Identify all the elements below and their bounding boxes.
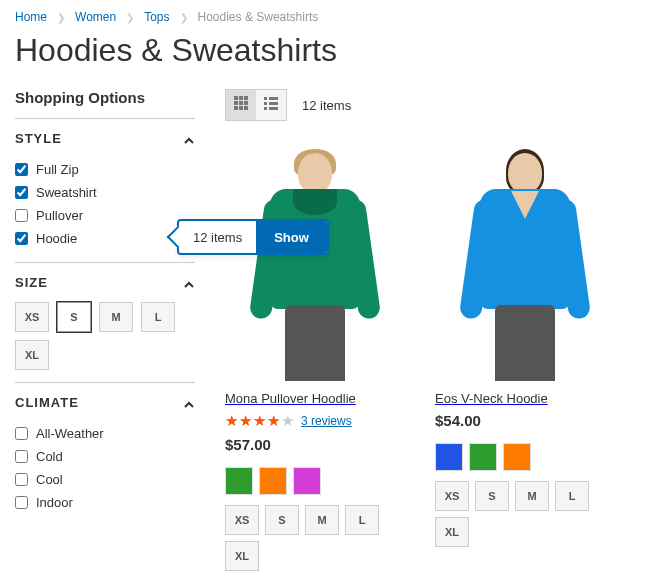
breadcrumb-link-tops[interactable]: Tops (144, 10, 169, 24)
size-swatch[interactable]: XS (435, 481, 469, 511)
product-card: Eos V-Neck Hoodie $54.00 XS S M L XL (435, 141, 615, 581)
size-swatches: XS S M L XL (435, 481, 615, 547)
color-swatch-orange[interactable] (503, 443, 531, 471)
filter-checkbox[interactable] (15, 186, 28, 199)
svg-rect-13 (264, 107, 267, 110)
filter-style: STYLE Full Zip Sweatshirt Pullover Hoodi… (15, 118, 195, 262)
sidebar-title: Shopping Options (15, 89, 195, 106)
filter-checkbox[interactable] (15, 209, 28, 222)
size-swatch[interactable]: XL (435, 517, 469, 547)
filter-checkbox[interactable] (15, 427, 28, 440)
product-name-link[interactable]: Eos V-Neck Hoodie (435, 391, 548, 406)
size-swatch[interactable]: L (555, 481, 589, 511)
filter-option-pullover[interactable]: Pullover (15, 204, 195, 227)
chevron-right-icon: ❯ (126, 12, 134, 23)
svg-rect-5 (244, 101, 248, 105)
filter-style-toggle[interactable]: STYLE (15, 131, 195, 146)
product-price: $54.00 (435, 412, 615, 429)
filter-title: STYLE (15, 131, 62, 146)
color-swatch-green[interactable] (469, 443, 497, 471)
color-swatches (225, 467, 405, 495)
svg-rect-12 (269, 102, 278, 105)
filter-option-label: Full Zip (36, 162, 79, 177)
size-swatch-s[interactable]: S (57, 302, 91, 332)
size-swatch[interactable]: S (475, 481, 509, 511)
size-swatch[interactable]: S (265, 505, 299, 535)
filter-size: SIZE XS S M L XL (15, 262, 195, 382)
reviews-link[interactable]: 3 reviews (301, 414, 352, 428)
size-swatch-xl[interactable]: XL (15, 340, 49, 370)
svg-rect-2 (244, 96, 248, 100)
filter-option-all-weather[interactable]: All-Weather (15, 422, 195, 445)
chevron-up-icon (183, 277, 195, 289)
color-swatch-magenta[interactable] (293, 467, 321, 495)
main-content: 12 items 12 items Show Mona Pullover Hoo… (225, 89, 633, 581)
color-swatches (435, 443, 615, 471)
view-modes (225, 89, 287, 121)
tooltip-text: 12 items (179, 230, 256, 245)
svg-rect-0 (234, 96, 238, 100)
filter-climate-toggle[interactable]: CLIMATE (15, 395, 195, 410)
size-swatches: XS S M L XL (225, 505, 405, 571)
filter-checkbox[interactable] (15, 473, 28, 486)
size-swatch-m[interactable]: M (99, 302, 133, 332)
filter-checkbox[interactable] (15, 496, 28, 509)
color-swatch-green[interactable] (225, 467, 253, 495)
product-image-link[interactable] (225, 141, 405, 381)
filter-option-label: Pullover (36, 208, 83, 223)
filter-title: CLIMATE (15, 395, 79, 410)
svg-rect-1 (239, 96, 243, 100)
product-price: $57.00 (225, 436, 405, 453)
filter-checkbox[interactable] (15, 450, 28, 463)
star-rating: ★★★★★ ★★★★★ (225, 412, 295, 430)
grid-view-button[interactable] (226, 90, 256, 120)
filter-option-sweatshirt[interactable]: Sweatshirt (15, 181, 195, 204)
svg-rect-7 (239, 106, 243, 110)
filter-option-full-zip[interactable]: Full Zip (15, 158, 195, 181)
filter-option-cool[interactable]: Cool (15, 468, 195, 491)
filter-option-label: Cool (36, 472, 63, 487)
product-card: Mona Pullover Hoodlie ★★★★★ ★★★★★ 3 revi… (225, 141, 405, 581)
product-name-link[interactable]: Mona Pullover Hoodlie (225, 391, 356, 406)
filter-option-label: Sweatshirt (36, 185, 97, 200)
filter-option-label: Hoodie (36, 231, 77, 246)
size-swatch[interactable]: XS (225, 505, 259, 535)
filter-size-toggle[interactable]: SIZE (15, 275, 195, 290)
svg-rect-6 (234, 106, 238, 110)
filter-option-indoor[interactable]: Indoor (15, 491, 195, 514)
breadcrumb-link-women[interactable]: Women (75, 10, 116, 24)
svg-rect-3 (234, 101, 238, 105)
color-swatch-orange[interactable] (259, 467, 287, 495)
product-name: Eos V-Neck Hoodie (435, 391, 548, 406)
svg-rect-14 (269, 107, 278, 110)
product-rating: ★★★★★ ★★★★★ 3 reviews (225, 412, 405, 430)
list-view-button[interactable] (256, 90, 286, 120)
chevron-up-icon (183, 397, 195, 409)
filter-option-label: All-Weather (36, 426, 104, 441)
page-title: Hoodies & Sweatshirts (15, 32, 633, 69)
size-swatch[interactable]: M (515, 481, 549, 511)
show-button[interactable]: Show (256, 221, 327, 253)
filter-checkbox[interactable] (15, 163, 28, 176)
svg-rect-9 (264, 97, 267, 100)
product-image (465, 151, 585, 381)
product-image-link[interactable] (435, 141, 615, 381)
filter-checkbox[interactable] (15, 232, 28, 245)
filter-climate: CLIMATE All-Weather Cold Cool Indoor (15, 382, 195, 526)
product-image (255, 151, 375, 381)
filter-option-cold[interactable]: Cold (15, 445, 195, 468)
size-swatch-l[interactable]: L (141, 302, 175, 332)
size-swatch[interactable]: XL (225, 541, 259, 571)
chevron-up-icon (183, 133, 195, 145)
svg-rect-8 (244, 106, 248, 110)
svg-rect-4 (239, 101, 243, 105)
breadcrumb-link-home[interactable]: Home (15, 10, 47, 24)
color-swatch-blue[interactable] (435, 443, 463, 471)
chevron-right-icon: ❯ (180, 12, 188, 23)
size-swatch[interactable]: M (305, 505, 339, 535)
size-swatch[interactable]: L (345, 505, 379, 535)
list-icon (264, 96, 278, 114)
breadcrumb: Home ❯ Women ❯ Tops ❯ Hoodies & Sweatshi… (15, 10, 633, 24)
sidebar: Shopping Options STYLE Full Zip Sweatshi… (15, 89, 195, 581)
size-swatch-xs[interactable]: XS (15, 302, 49, 332)
